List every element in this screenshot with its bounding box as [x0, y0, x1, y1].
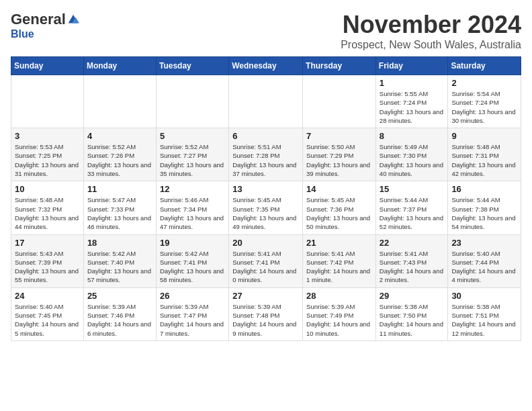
calendar-cell: 27Sunrise: 5:39 AMSunset: 7:48 PMDayligh… [229, 287, 303, 340]
logo-general: General [11, 11, 66, 28]
day-detail: Sunrise: 5:41 AMSunset: 7:41 PMDaylight:… [232, 249, 299, 285]
calendar-cell: 3Sunrise: 5:53 AMSunset: 7:25 PMDaylight… [11, 128, 84, 181]
day-detail: Sunrise: 5:44 AMSunset: 7:37 PMDaylight:… [380, 195, 445, 231]
day-detail: Sunrise: 5:42 AMSunset: 7:41 PMDaylight:… [160, 249, 225, 285]
day-number: 19 [160, 238, 225, 248]
calendar-cell: 5Sunrise: 5:52 AMSunset: 7:27 PMDaylight… [156, 128, 228, 181]
calendar-cell: 20Sunrise: 5:41 AMSunset: 7:41 PMDayligh… [229, 234, 303, 287]
day-detail: Sunrise: 5:45 AMSunset: 7:36 PMDaylight:… [306, 195, 372, 231]
logo-icon [67, 13, 79, 26]
day-detail: Sunrise: 5:43 AMSunset: 7:39 PMDaylight:… [15, 249, 80, 285]
calendar-cell: 16Sunrise: 5:44 AMSunset: 7:38 PMDayligh… [448, 181, 521, 234]
day-detail: Sunrise: 5:44 AMSunset: 7:38 PMDaylight:… [451, 195, 517, 231]
day-detail: Sunrise: 5:45 AMSunset: 7:35 PMDaylight:… [232, 195, 299, 231]
day-number: 21 [306, 238, 372, 248]
calendar-cell [11, 75, 84, 128]
day-number: 22 [380, 238, 445, 248]
day-number: 8 [380, 131, 445, 141]
day-number: 18 [87, 238, 152, 248]
calendar-cell: 17Sunrise: 5:43 AMSunset: 7:39 PMDayligh… [11, 234, 84, 287]
calendar-cell: 19Sunrise: 5:42 AMSunset: 7:41 PMDayligh… [156, 234, 228, 287]
day-header-wednesday: Wednesday [229, 57, 303, 75]
day-number: 6 [232, 131, 299, 141]
day-detail: Sunrise: 5:52 AMSunset: 7:27 PMDaylight:… [160, 142, 225, 178]
day-number: 2 [451, 78, 517, 88]
calendar-cell [229, 75, 303, 128]
day-number: 30 [451, 291, 517, 301]
day-detail: Sunrise: 5:48 AMSunset: 7:31 PMDaylight:… [451, 142, 517, 178]
day-detail: Sunrise: 5:41 AMSunset: 7:43 PMDaylight:… [380, 249, 445, 285]
day-detail: Sunrise: 5:54 AMSunset: 7:24 PMDaylight:… [451, 89, 517, 125]
calendar-cell: 25Sunrise: 5:39 AMSunset: 7:46 PMDayligh… [83, 287, 156, 340]
location: Prospect, New South Wales, Australia [341, 39, 521, 51]
calendar-week-5: 24Sunrise: 5:40 AMSunset: 7:45 PMDayligh… [11, 287, 521, 340]
calendar-cell: 1Sunrise: 5:55 AMSunset: 7:24 PMDaylight… [375, 75, 448, 128]
day-number: 15 [380, 184, 445, 194]
calendar-cell: 12Sunrise: 5:46 AMSunset: 7:34 PMDayligh… [156, 181, 228, 234]
day-detail: Sunrise: 5:51 AMSunset: 7:28 PMDaylight:… [232, 142, 299, 178]
day-number: 7 [306, 131, 372, 141]
title-block: November 2024 Prospect, New South Wales,… [341, 11, 521, 51]
calendar-cell: 9Sunrise: 5:48 AMSunset: 7:31 PMDaylight… [448, 128, 521, 181]
day-detail: Sunrise: 5:47 AMSunset: 7:33 PMDaylight:… [87, 195, 152, 231]
day-detail: Sunrise: 5:39 AMSunset: 7:46 PMDaylight:… [87, 302, 152, 338]
month-title: November 2024 [341, 11, 521, 39]
calendar-cell: 13Sunrise: 5:45 AMSunset: 7:35 PMDayligh… [229, 181, 303, 234]
calendar-week-3: 10Sunrise: 5:48 AMSunset: 7:32 PMDayligh… [11, 181, 521, 234]
calendar-cell [303, 75, 376, 128]
calendar-cell: 26Sunrise: 5:39 AMSunset: 7:47 PMDayligh… [156, 287, 228, 340]
day-detail: Sunrise: 5:50 AMSunset: 7:29 PMDaylight:… [306, 142, 372, 178]
calendar-week-2: 3Sunrise: 5:53 AMSunset: 7:25 PMDaylight… [11, 128, 521, 181]
day-header-tuesday: Tuesday [156, 57, 228, 75]
day-number: 25 [87, 291, 152, 301]
day-detail: Sunrise: 5:55 AMSunset: 7:24 PMDaylight:… [380, 89, 445, 125]
day-detail: Sunrise: 5:53 AMSunset: 7:25 PMDaylight:… [15, 142, 80, 178]
day-number: 27 [232, 291, 299, 301]
day-number: 1 [380, 78, 445, 88]
day-number: 14 [306, 184, 372, 194]
calendar-cell: 2Sunrise: 5:54 AMSunset: 7:24 PMDaylight… [448, 75, 521, 128]
calendar-table: SundayMondayTuesdayWednesdayThursdayFrid… [11, 56, 521, 341]
calendar-cell: 21Sunrise: 5:41 AMSunset: 7:42 PMDayligh… [303, 234, 376, 287]
day-detail: Sunrise: 5:38 AMSunset: 7:50 PMDaylight:… [380, 302, 445, 338]
calendar-cell: 24Sunrise: 5:40 AMSunset: 7:45 PMDayligh… [11, 287, 84, 340]
logo-blue: Blue [11, 28, 34, 40]
day-number: 12 [160, 184, 225, 194]
calendar-cell: 7Sunrise: 5:50 AMSunset: 7:29 PMDaylight… [303, 128, 376, 181]
logo: General Blue [11, 11, 79, 40]
calendar-cell: 29Sunrise: 5:38 AMSunset: 7:50 PMDayligh… [375, 287, 448, 340]
calendar-week-4: 17Sunrise: 5:43 AMSunset: 7:39 PMDayligh… [11, 234, 521, 287]
day-number: 17 [15, 238, 80, 248]
day-detail: Sunrise: 5:40 AMSunset: 7:44 PMDaylight:… [451, 249, 517, 285]
day-number: 10 [15, 184, 80, 194]
day-number: 9 [451, 131, 517, 141]
calendar-cell: 6Sunrise: 5:51 AMSunset: 7:28 PMDaylight… [229, 128, 303, 181]
calendar-cell: 23Sunrise: 5:40 AMSunset: 7:44 PMDayligh… [448, 234, 521, 287]
calendar-cell: 18Sunrise: 5:42 AMSunset: 7:40 PMDayligh… [83, 234, 156, 287]
page-header: General Blue November 2024 Prospect, New… [11, 11, 521, 51]
calendar-cell: 4Sunrise: 5:52 AMSunset: 7:26 PMDaylight… [83, 128, 156, 181]
day-detail: Sunrise: 5:48 AMSunset: 7:32 PMDaylight:… [15, 195, 80, 231]
day-detail: Sunrise: 5:42 AMSunset: 7:40 PMDaylight:… [87, 249, 152, 285]
day-detail: Sunrise: 5:40 AMSunset: 7:45 PMDaylight:… [15, 302, 80, 338]
day-detail: Sunrise: 5:46 AMSunset: 7:34 PMDaylight:… [160, 195, 225, 231]
day-header-sunday: Sunday [11, 57, 84, 75]
calendar-cell: 30Sunrise: 5:38 AMSunset: 7:51 PMDayligh… [448, 287, 521, 340]
day-number: 13 [232, 184, 299, 194]
day-number: 24 [15, 291, 80, 301]
day-detail: Sunrise: 5:38 AMSunset: 7:51 PMDaylight:… [451, 302, 517, 338]
day-number: 11 [87, 184, 152, 194]
day-detail: Sunrise: 5:41 AMSunset: 7:42 PMDaylight:… [306, 249, 372, 285]
calendar-cell: 11Sunrise: 5:47 AMSunset: 7:33 PMDayligh… [83, 181, 156, 234]
day-detail: Sunrise: 5:39 AMSunset: 7:48 PMDaylight:… [232, 302, 299, 338]
day-number: 3 [15, 131, 80, 141]
day-number: 28 [306, 291, 372, 301]
day-detail: Sunrise: 5:39 AMSunset: 7:47 PMDaylight:… [160, 302, 225, 338]
calendar-cell: 22Sunrise: 5:41 AMSunset: 7:43 PMDayligh… [375, 234, 448, 287]
day-header-monday: Monday [83, 57, 156, 75]
calendar-cell: 15Sunrise: 5:44 AMSunset: 7:37 PMDayligh… [375, 181, 448, 234]
calendar-cell: 28Sunrise: 5:39 AMSunset: 7:49 PMDayligh… [303, 287, 376, 340]
calendar-cell: 10Sunrise: 5:48 AMSunset: 7:32 PMDayligh… [11, 181, 84, 234]
calendar-week-1: 1Sunrise: 5:55 AMSunset: 7:24 PMDaylight… [11, 75, 521, 128]
day-detail: Sunrise: 5:49 AMSunset: 7:30 PMDaylight:… [380, 142, 445, 178]
